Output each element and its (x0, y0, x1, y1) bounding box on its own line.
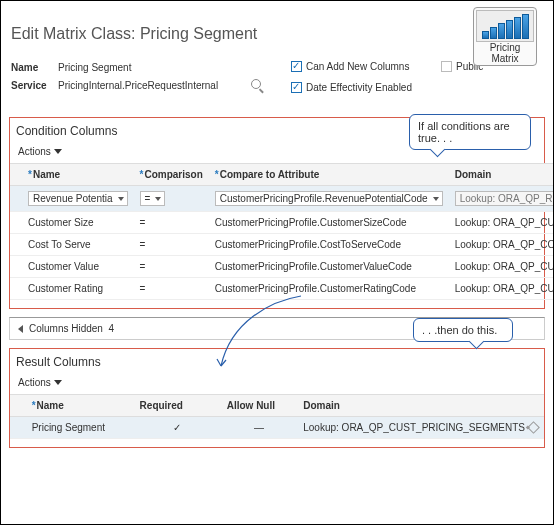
table-header-row: *Name Required Allow Null Domain (10, 395, 544, 417)
result-actions-menu[interactable]: Actions (10, 375, 544, 394)
badge-line2: Matrix (476, 53, 534, 64)
pricing-matrix-badge: Pricing Matrix (473, 7, 537, 66)
table-row[interactable]: Revenue Potentia = CustomerPricingProfil… (10, 186, 554, 212)
result-columns-title: Result Columns (10, 353, 544, 375)
callout-conditions: If all conditions are true. . . (409, 114, 531, 150)
name-label: Name (11, 62, 55, 73)
required-check-icon: ✓ (134, 417, 221, 439)
callout-result: . . .then do this. (413, 318, 513, 342)
table-header-row: *Name *Comparison *Compare to Attribute … (10, 164, 554, 186)
domain-field: Lookup: ORA_QP_REV_POTENTIAL_VALU (455, 191, 554, 206)
bar-chart-icon (476, 10, 534, 42)
chevron-down-icon (54, 380, 62, 385)
badge-line1: Pricing (476, 42, 534, 53)
table-row[interactable]: Customer Size=CustomerPricingProfile.Cus… (10, 212, 554, 234)
table-row[interactable]: Pricing Segment ✓ — Lookup: ORA_QP_CUST_… (10, 417, 544, 439)
chevron-down-icon (54, 149, 62, 154)
can-add-columns-checkbox[interactable]: Can Add New Columns (291, 61, 441, 72)
compare-attr-dropdown[interactable]: CustomerPricingProfile.RevenuePotentialC… (215, 191, 443, 206)
service-label: Service (11, 80, 55, 91)
name-value: Pricing Segment (58, 62, 131, 73)
table-row[interactable]: Customer Rating=CustomerPricingProfile.C… (10, 278, 554, 300)
pencil-icon[interactable] (527, 421, 540, 434)
table-row[interactable]: Cost To Serve=CustomerPricingProfile.Cos… (10, 234, 554, 256)
comparison-dropdown[interactable]: = (140, 191, 166, 206)
condition-columns-table: *Name *Comparison *Compare to Attribute … (10, 163, 554, 300)
service-value: PricingInternal.PriceRequestInternal (58, 80, 218, 91)
page-title: Edit Matrix Class: Pricing Segment (1, 1, 553, 43)
result-columns-panel: Result Columns Actions *Name Required Al… (9, 348, 545, 448)
name-dropdown[interactable]: Revenue Potentia (28, 191, 128, 206)
search-icon[interactable] (251, 79, 261, 89)
date-effectivity-checkbox[interactable]: Date Effectivity Enabled (291, 82, 441, 93)
table-row[interactable]: Customer Value=CustomerPricingProfile.Cu… (10, 256, 554, 278)
collapse-icon (18, 325, 23, 333)
result-columns-table: *Name Required Allow Null Domain Pricing… (10, 394, 544, 439)
allownull-value: — (221, 417, 298, 439)
